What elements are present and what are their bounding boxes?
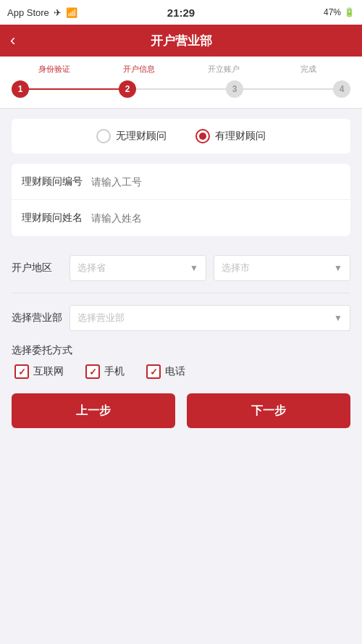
step-label-3: 开立账户	[181, 64, 266, 75]
checkbox-section-label: 选择委托方式	[12, 344, 350, 357]
page-title: 开户营业部	[151, 33, 212, 49]
branch-select-text: 选择营业部	[77, 311, 125, 325]
advisor-name-input[interactable]	[87, 212, 340, 224]
region-select-section: 开户地区 选择省 ▼ 选择市 ▼ 选择营业部 选择营业部 ▼	[12, 246, 350, 340]
radio-circle-has-advisor[interactable]	[195, 129, 210, 143]
radio-label-no-advisor: 无理财顾问	[116, 130, 167, 143]
step-dot-4: 4	[333, 80, 350, 98]
checkbox-box-mobile[interactable]: ✓	[85, 364, 100, 379]
button-row: 上一步 下一步	[12, 393, 350, 428]
advisor-name-row: 理财顾问姓名	[12, 200, 350, 236]
branch-select-row: 选择营业部 选择营业部 ▼	[12, 296, 350, 340]
step-label-1: 身份验证	[12, 64, 96, 75]
checkbox-phone[interactable]: ✓ 电话	[146, 364, 185, 379]
status-right: 47% 🔋	[324, 7, 355, 17]
radio-group: 无理财顾问 有理财顾问	[12, 119, 350, 154]
advisor-id-row: 理财顾问编号	[12, 164, 350, 200]
steps-container: 身份验证 开户信息 开立账户 完成 1 2 3 4	[0, 57, 362, 109]
advisor-id-input[interactable]	[87, 176, 340, 188]
step-label-2: 开户信息	[96, 64, 181, 75]
checkbox-group: ✓ 互联网 ✓ 手机 ✓ 电话	[12, 364, 350, 379]
battery-icon: 🔋	[344, 7, 355, 17]
checkmark-mobile-icon: ✓	[89, 367, 97, 377]
region-label: 开户地区	[12, 262, 62, 275]
battery-label: 47%	[324, 7, 341, 17]
status-left: App Store ✈ 📶	[7, 7, 77, 18]
prev-button[interactable]: 上一步	[12, 393, 175, 428]
radio-circle-no-advisor[interactable]	[96, 129, 111, 143]
city-chevron-down-icon: ▼	[334, 263, 342, 273]
app-store-label: App Store	[7, 7, 49, 18]
radio-label-has-advisor: 有理财顾问	[215, 130, 266, 143]
advisor-id-label: 理财顾问编号	[22, 175, 87, 188]
checkbox-label-internet: 互联网	[33, 365, 64, 378]
radio-option-has-advisor[interactable]: 有理财顾问	[195, 129, 266, 143]
step-dot-3: 3	[226, 80, 243, 98]
checkbox-section: 选择委托方式 ✓ 互联网 ✓ 手机 ✓ 电话	[12, 344, 350, 379]
nav-bar: ‹ 开户营业部	[0, 25, 362, 57]
checkbox-internet[interactable]: ✓ 互联网	[14, 364, 64, 379]
branch-chevron-down-icon: ▼	[334, 313, 342, 323]
steps-track: 1 2 3 4	[12, 80, 350, 98]
steps-dots: 1 2 3 4	[12, 80, 350, 98]
wifi-icon: 📶	[66, 7, 77, 18]
checkmark-phone-icon: ✓	[150, 367, 158, 377]
radio-option-no-advisor[interactable]: 无理财顾问	[96, 129, 167, 143]
province-chevron-down-icon: ▼	[190, 263, 198, 273]
checkbox-box-phone[interactable]: ✓	[146, 364, 161, 379]
city-select[interactable]: 选择市 ▼	[214, 255, 350, 281]
steps-labels: 身份验证 开户信息 开立账户 完成	[12, 64, 350, 75]
branch-label: 选择营业部	[12, 311, 62, 325]
province-select[interactable]: 选择省 ▼	[70, 255, 206, 281]
status-bar: App Store ✈ 📶 21:29 47% 🔋	[0, 0, 362, 25]
checkmark-internet-icon: ✓	[18, 367, 26, 377]
checkbox-box-internet[interactable]: ✓	[14, 364, 29, 379]
step-label-4: 完成	[266, 64, 350, 75]
next-button[interactable]: 下一步	[187, 393, 350, 428]
branch-select[interactable]: 选择营业部 ▼	[70, 305, 350, 331]
divider	[12, 293, 350, 293]
checkbox-label-mobile: 手机	[104, 365, 125, 378]
step-dot-1: 1	[12, 80, 29, 98]
advisor-form-card: 理财顾问编号 理财顾问姓名	[12, 164, 350, 236]
step-dot-2: 2	[119, 80, 136, 98]
content: 无理财顾问 有理财顾问 理财顾问编号 理财顾问姓名 开户地区 选择省 ▼	[0, 109, 362, 438]
region-select-row: 开户地区 选择省 ▼ 选择市 ▼	[12, 246, 350, 290]
advisor-name-label: 理财顾问姓名	[22, 212, 87, 225]
airplane-icon: ✈	[54, 7, 62, 18]
checkbox-mobile[interactable]: ✓ 手机	[85, 364, 125, 379]
city-select-text: 选择市	[222, 262, 250, 275]
back-button[interactable]: ‹	[10, 33, 15, 49]
region-select-group: 选择省 ▼ 选择市 ▼	[70, 255, 350, 281]
status-time: 21:29	[167, 7, 195, 19]
province-select-text: 选择省	[77, 262, 106, 275]
checkbox-label-phone: 电话	[165, 365, 185, 378]
